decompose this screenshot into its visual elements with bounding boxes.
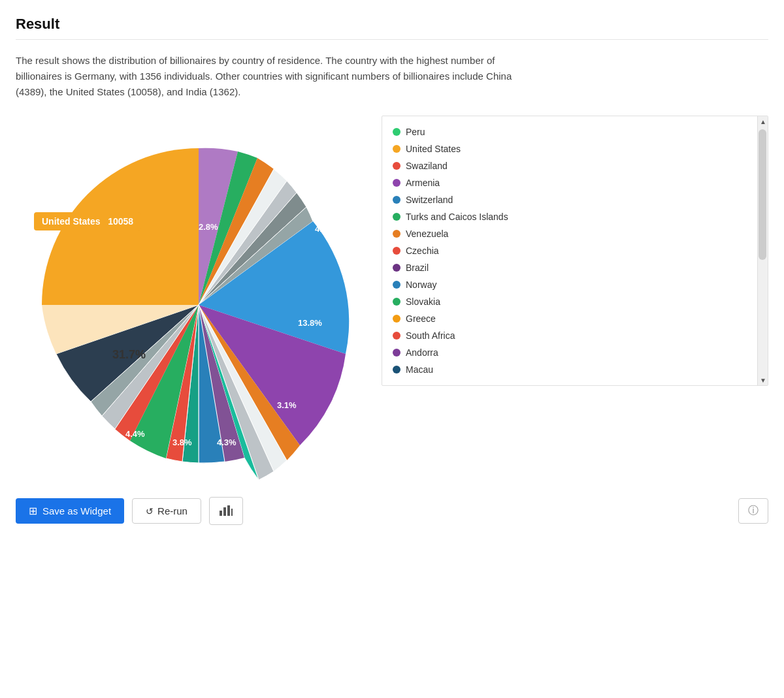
svg-rect-3 [231,509,233,516]
legend-label: South Africa [406,330,455,341]
legend-dot [393,128,400,136]
legend-label: Norway [406,279,436,290]
legend-dot [393,247,400,255]
legend-dot [393,281,400,289]
legend-item: Switzerland [393,195,747,205]
legend-item: Swaziland [393,161,747,171]
legend-item: Turks and Caicos Islands [393,212,747,222]
widget-icon: ⊞ [29,505,37,517]
chart-type-button[interactable] [209,497,243,525]
info-button[interactable]: ⓘ [738,498,768,524]
rerun-button[interactable]: ↺ Re-run [132,498,201,524]
legend-item: Peru [393,127,747,137]
legend-dot [393,298,400,306]
legend-label: Swaziland [406,161,448,171]
main-container: Result The result shows the distribution… [0,0,784,538]
legend-dot [393,162,400,170]
legend-list: Peru United States Swaziland Armenia Swi… [382,116,768,385]
legend-item: Norway [393,279,747,290]
legend-item: Brazil [393,262,747,273]
chart-area: 4.3% 13.8% 3.1% 4.3% 3.8% 4.4% 31.7% 2.8… [16,116,768,481]
legend-dot [393,145,400,153]
save-widget-button[interactable]: ⊞ Save as Widget [16,498,124,524]
legend-item: South Africa [393,330,747,341]
legend-dot [393,230,400,238]
legend-label: Macau [406,364,433,375]
page-title: Result [16,16,768,40]
legend-dot [393,264,400,272]
legend-dot [393,332,400,340]
legend-dot [393,213,400,221]
info-icon: ⓘ [748,505,759,516]
save-widget-label: Save as Widget [42,505,111,516]
legend-item: Czechia [393,246,747,256]
svg-rect-1 [223,507,226,516]
legend-label: Turks and Caicos Islands [406,212,508,222]
legend-item: Andorra [393,347,747,358]
legend-item: Venezuela [393,229,747,239]
legend-dot [393,366,400,373]
legend-dot [393,179,400,187]
legend-dot [393,349,400,357]
rerun-icon: ↺ [146,506,154,516]
legend-label: Andorra [406,347,438,358]
legend-wrapper: Peru United States Swaziland Armenia Swi… [382,116,768,386]
legend-dot [393,196,400,204]
scroll-down-arrow[interactable]: ▼ [758,375,768,385]
legend-label: Czechia [406,246,439,256]
legend-label: Venezuela [406,229,448,239]
rerun-label: Re-run [157,505,188,516]
legend-item: Greece [393,313,747,324]
legend-scrollbar[interactable]: ▲ ▼ [757,116,768,385]
legend-label: Slovakia [406,296,440,307]
legend-label: Greece [406,313,436,324]
legend-item: United States [393,144,747,154]
bar-chart-icon [219,504,233,518]
legend-label: United States [406,144,461,154]
scroll-up-arrow[interactable]: ▲ [758,116,768,127]
legend-item: Armenia [393,178,747,188]
bottom-bar: ⊞ Save as Widget ↺ Re-run ⓘ [16,486,768,538]
legend-item: Macau [393,364,747,375]
svg-rect-2 [227,505,230,516]
legend-label: Armenia [406,178,440,188]
description-text: The result shows the distribution of bil… [16,53,512,100]
pie-chart: 4.3% 13.8% 3.1% 4.3% 3.8% 4.4% 31.7% 2.8… [16,116,382,481]
scrollbar-track [759,129,766,260]
svg-rect-0 [220,511,222,516]
legend-item: Slovakia [393,296,747,307]
legend-label: Switzerland [406,195,453,205]
legend-label: Brazil [406,262,429,273]
legend-label: Peru [406,127,425,137]
legend-dot [393,315,400,323]
